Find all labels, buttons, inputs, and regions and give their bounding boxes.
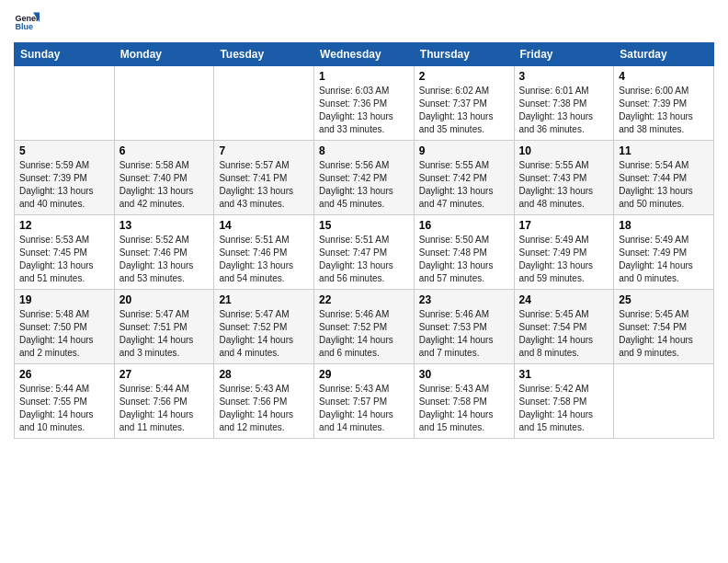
calendar-cell: 11Sunrise: 5:54 AM Sunset: 7:44 PM Dayli…: [614, 141, 714, 215]
calendar-cell: 29Sunrise: 5:43 AM Sunset: 7:57 PM Dayli…: [314, 364, 415, 439]
day-info: Sunrise: 5:43 AM Sunset: 7:57 PM Dayligh…: [319, 383, 409, 434]
day-number: 14: [219, 219, 309, 232]
day-number: 29: [319, 368, 409, 381]
day-number: 4: [619, 70, 709, 83]
weekday-header-wednesday: Wednesday: [314, 43, 415, 66]
calendar-cell: 10Sunrise: 5:55 AM Sunset: 7:43 PM Dayli…: [514, 141, 614, 215]
calendar-cell: 8Sunrise: 5:56 AM Sunset: 7:42 PM Daylig…: [314, 141, 415, 215]
week-row-2: 12Sunrise: 5:53 AM Sunset: 7:45 PM Dayli…: [15, 215, 714, 290]
week-row-3: 19Sunrise: 5:48 AM Sunset: 7:50 PM Dayli…: [15, 290, 714, 364]
week-row-1: 5Sunrise: 5:59 AM Sunset: 7:39 PM Daylig…: [15, 141, 714, 215]
day-info: Sunrise: 5:45 AM Sunset: 7:54 PM Dayligh…: [619, 308, 709, 360]
day-number: 16: [419, 219, 509, 232]
calendar-cell: 16Sunrise: 5:50 AM Sunset: 7:48 PM Dayli…: [414, 215, 514, 290]
day-number: 12: [19, 219, 109, 232]
calendar-cell: 20Sunrise: 5:47 AM Sunset: 7:51 PM Dayli…: [114, 290, 214, 364]
day-number: 1: [319, 70, 409, 83]
day-number: 30: [419, 368, 509, 381]
day-info: Sunrise: 5:49 AM Sunset: 7:49 PM Dayligh…: [619, 234, 709, 285]
day-number: 8: [319, 144, 409, 157]
day-info: Sunrise: 5:55 AM Sunset: 7:42 PM Dayligh…: [419, 159, 509, 211]
day-info: Sunrise: 5:53 AM Sunset: 7:45 PM Dayligh…: [19, 234, 109, 285]
day-info: Sunrise: 5:59 AM Sunset: 7:39 PM Dayligh…: [19, 159, 109, 211]
day-number: 2: [419, 70, 509, 83]
calendar-cell: 31Sunrise: 5:42 AM Sunset: 7:58 PM Dayli…: [514, 364, 614, 439]
day-info: Sunrise: 6:02 AM Sunset: 7:37 PM Dayligh…: [419, 85, 509, 136]
day-info: Sunrise: 5:48 AM Sunset: 7:50 PM Dayligh…: [19, 308, 109, 360]
calendar-cell: 30Sunrise: 5:43 AM Sunset: 7:58 PM Dayli…: [414, 364, 514, 439]
day-info: Sunrise: 5:57 AM Sunset: 7:41 PM Dayligh…: [219, 159, 309, 211]
day-number: 24: [519, 293, 609, 306]
header: General Blue: [14, 9, 714, 35]
day-number: 13: [119, 219, 210, 232]
day-info: Sunrise: 5:44 AM Sunset: 7:55 PM Dayligh…: [19, 383, 109, 434]
calendar-cell: 27Sunrise: 5:44 AM Sunset: 7:56 PM Dayli…: [114, 364, 214, 439]
day-number: 18: [619, 219, 709, 232]
day-number: 27: [119, 368, 210, 381]
day-info: Sunrise: 5:49 AM Sunset: 7:49 PM Dayligh…: [519, 234, 609, 285]
day-number: 5: [19, 144, 109, 157]
day-number: 7: [219, 144, 309, 157]
logo-icon: General Blue: [14, 9, 40, 35]
calendar-cell: [214, 66, 314, 141]
day-info: Sunrise: 6:01 AM Sunset: 7:38 PM Dayligh…: [519, 85, 609, 136]
day-info: Sunrise: 5:54 AM Sunset: 7:44 PM Dayligh…: [619, 159, 709, 211]
day-info: Sunrise: 5:45 AM Sunset: 7:54 PM Dayligh…: [519, 308, 609, 360]
calendar-cell: 18Sunrise: 5:49 AM Sunset: 7:49 PM Dayli…: [614, 215, 714, 290]
day-number: 19: [19, 293, 109, 306]
day-info: Sunrise: 5:47 AM Sunset: 7:51 PM Dayligh…: [119, 308, 210, 360]
calendar-cell: 1Sunrise: 6:03 AM Sunset: 7:36 PM Daylig…: [314, 66, 415, 141]
day-number: 22: [319, 293, 409, 306]
calendar-cell: 17Sunrise: 5:49 AM Sunset: 7:49 PM Dayli…: [514, 215, 614, 290]
calendar-cell: 25Sunrise: 5:45 AM Sunset: 7:54 PM Dayli…: [614, 290, 714, 364]
day-info: Sunrise: 5:51 AM Sunset: 7:46 PM Dayligh…: [219, 234, 309, 285]
day-number: 11: [619, 144, 709, 157]
calendar-cell: 9Sunrise: 5:55 AM Sunset: 7:42 PM Daylig…: [414, 141, 514, 215]
day-info: Sunrise: 5:58 AM Sunset: 7:40 PM Dayligh…: [119, 159, 210, 211]
day-number: 23: [419, 293, 509, 306]
weekday-header-saturday: Saturday: [614, 43, 714, 66]
day-info: Sunrise: 5:43 AM Sunset: 7:56 PM Dayligh…: [219, 383, 309, 434]
day-number: 31: [519, 368, 609, 381]
day-info: Sunrise: 5:42 AM Sunset: 7:58 PM Dayligh…: [519, 383, 609, 434]
calendar-cell: 13Sunrise: 5:52 AM Sunset: 7:46 PM Dayli…: [114, 215, 214, 290]
day-info: Sunrise: 6:03 AM Sunset: 7:36 PM Dayligh…: [319, 85, 409, 136]
calendar-cell: 21Sunrise: 5:47 AM Sunset: 7:52 PM Dayli…: [214, 290, 314, 364]
day-info: Sunrise: 5:46 AM Sunset: 7:53 PM Dayligh…: [419, 308, 509, 360]
calendar-cell: 23Sunrise: 5:46 AM Sunset: 7:53 PM Dayli…: [414, 290, 514, 364]
day-info: Sunrise: 5:50 AM Sunset: 7:48 PM Dayligh…: [419, 234, 509, 285]
svg-text:Blue: Blue: [15, 22, 33, 31]
calendar-cell: 12Sunrise: 5:53 AM Sunset: 7:45 PM Dayli…: [15, 215, 115, 290]
day-number: 20: [119, 293, 210, 306]
day-info: Sunrise: 5:43 AM Sunset: 7:58 PM Dayligh…: [419, 383, 509, 434]
day-number: 17: [519, 219, 609, 232]
day-number: 28: [219, 368, 309, 381]
calendar-cell: 28Sunrise: 5:43 AM Sunset: 7:56 PM Dayli…: [214, 364, 314, 439]
calendar-cell: [15, 66, 115, 141]
calendar-cell: 19Sunrise: 5:48 AM Sunset: 7:50 PM Dayli…: [15, 290, 115, 364]
day-number: 25: [619, 293, 709, 306]
weekday-header-row: SundayMondayTuesdayWednesdayThursdayFrid…: [15, 43, 714, 66]
calendar-table: SundayMondayTuesdayWednesdayThursdayFrid…: [14, 42, 714, 439]
day-number: 6: [119, 144, 210, 157]
calendar-cell: 24Sunrise: 5:45 AM Sunset: 7:54 PM Dayli…: [514, 290, 614, 364]
calendar-cell: [114, 66, 214, 141]
calendar-cell: 7Sunrise: 5:57 AM Sunset: 7:41 PM Daylig…: [214, 141, 314, 215]
calendar-cell: 15Sunrise: 5:51 AM Sunset: 7:47 PM Dayli…: [314, 215, 415, 290]
day-info: Sunrise: 5:47 AM Sunset: 7:52 PM Dayligh…: [219, 308, 309, 360]
calendar-cell: 3Sunrise: 6:01 AM Sunset: 7:38 PM Daylig…: [514, 66, 614, 141]
weekday-header-thursday: Thursday: [414, 43, 514, 66]
calendar-cell: 4Sunrise: 6:00 AM Sunset: 7:39 PM Daylig…: [614, 66, 714, 141]
calendar-cell: 22Sunrise: 5:46 AM Sunset: 7:52 PM Dayli…: [314, 290, 415, 364]
day-info: Sunrise: 5:51 AM Sunset: 7:47 PM Dayligh…: [319, 234, 409, 285]
weekday-header-sunday: Sunday: [15, 43, 115, 66]
day-info: Sunrise: 5:55 AM Sunset: 7:43 PM Dayligh…: [519, 159, 609, 211]
day-info: Sunrise: 5:46 AM Sunset: 7:52 PM Dayligh…: [319, 308, 409, 360]
calendar-cell: 6Sunrise: 5:58 AM Sunset: 7:40 PM Daylig…: [114, 141, 214, 215]
weekday-header-friday: Friday: [514, 43, 614, 66]
calendar-cell: 26Sunrise: 5:44 AM Sunset: 7:55 PM Dayli…: [15, 364, 115, 439]
week-row-0: 1Sunrise: 6:03 AM Sunset: 7:36 PM Daylig…: [15, 66, 714, 141]
weekday-header-tuesday: Tuesday: [214, 43, 314, 66]
day-number: 26: [19, 368, 109, 381]
day-number: 10: [519, 144, 609, 157]
